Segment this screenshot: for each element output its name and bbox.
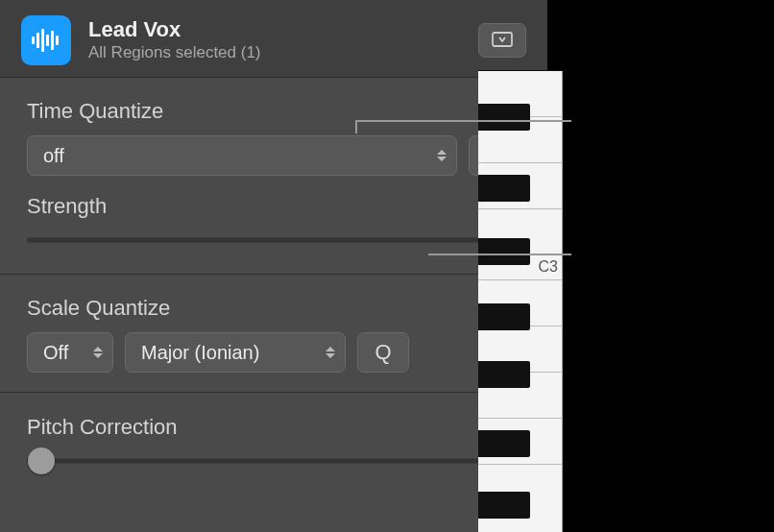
svg-rect-5 bbox=[56, 36, 59, 45]
track-title: Lead Vox bbox=[88, 18, 478, 41]
time-quantize-select[interactable]: off bbox=[27, 135, 457, 176]
collapse-inspector-button[interactable] bbox=[478, 23, 526, 58]
slider-thumb[interactable] bbox=[28, 447, 55, 474]
black-key[interactable] bbox=[478, 492, 530, 519]
piano-keyboard[interactable]: C3 bbox=[478, 70, 565, 532]
scale-type-select[interactable]: Major (Ionian) bbox=[125, 332, 346, 373]
callout-line bbox=[428, 254, 571, 255]
strength-label: Strength bbox=[27, 194, 107, 219]
dropdown-caret-icon bbox=[85, 347, 103, 358]
svg-rect-2 bbox=[41, 29, 44, 52]
dropdown-caret-icon bbox=[318, 347, 335, 358]
slider-track bbox=[27, 238, 520, 243]
audio-track-icon bbox=[21, 15, 71, 65]
scale-root-value: Off bbox=[43, 342, 68, 364]
callout-line bbox=[355, 120, 357, 133]
pitch-correction-section: Pitch Correction 0 bbox=[0, 393, 547, 504]
black-key[interactable] bbox=[478, 361, 530, 388]
svg-rect-6 bbox=[493, 33, 512, 46]
black-key[interactable] bbox=[478, 430, 530, 457]
slider-track bbox=[27, 459, 520, 464]
scale-root-select[interactable]: Off bbox=[27, 332, 113, 373]
dropdown-caret-icon bbox=[429, 150, 447, 161]
pitch-correction-slider[interactable] bbox=[27, 447, 520, 475]
c3-label: C3 bbox=[539, 258, 558, 276]
black-key[interactable] bbox=[478, 303, 530, 330]
inspector-header: Lead Vox All Regions selected (1) bbox=[0, 0, 547, 78]
inspector-panel: Lead Vox All Regions selected (1) Time Q… bbox=[0, 0, 547, 532]
scale-quantize-apply-button[interactable]: Q bbox=[357, 332, 409, 373]
pitch-correction-label: Pitch Correction bbox=[27, 415, 178, 440]
black-key[interactable] bbox=[478, 238, 530, 265]
callout-line bbox=[355, 120, 571, 122]
time-quantize-section: Time Quantize off Q Strength 100 bbox=[0, 78, 547, 275]
black-key[interactable] bbox=[478, 175, 530, 202]
scale-quantize-section: Scale Quantize Off Major (Ionian) Q bbox=[0, 275, 547, 393]
selection-subtitle: All Regions selected (1) bbox=[88, 43, 478, 62]
black-key[interactable] bbox=[478, 104, 530, 131]
svg-rect-1 bbox=[36, 33, 39, 48]
svg-rect-4 bbox=[51, 31, 54, 50]
scale-quantize-label: Scale Quantize bbox=[27, 296, 520, 321]
time-quantize-value: off bbox=[43, 145, 64, 167]
strength-slider[interactable] bbox=[27, 226, 520, 254]
svg-rect-3 bbox=[46, 35, 49, 46]
svg-rect-0 bbox=[32, 36, 35, 44]
scale-type-value: Major (Ionian) bbox=[141, 342, 259, 364]
